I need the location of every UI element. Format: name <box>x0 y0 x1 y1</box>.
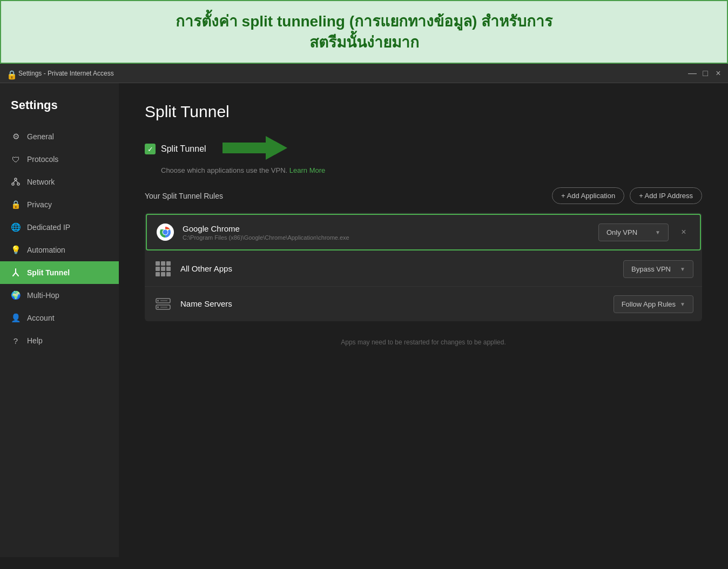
app-container: Settings ⚙ General 🛡 Protocols Network � <box>0 83 728 557</box>
all-other-apps-info: All Other Apps <box>180 264 616 274</box>
sidebar-item-protocols[interactable]: 🛡 Protocols <box>0 148 119 171</box>
add-application-button[interactable]: + Add Application <box>552 187 624 204</box>
sidebar-label-dedicated-ip: Dedicated IP <box>27 223 70 232</box>
all-apps-icon <box>153 259 173 279</box>
footer-note: Apps may need to be restarted for change… <box>145 338 702 346</box>
network-icon <box>11 177 21 187</box>
rules-list: Google Chrome C:\Program Files (x86)\Goo… <box>145 213 702 321</box>
automation-icon: 💡 <box>11 245 21 255</box>
chrome-rule-value: Only VPN <box>606 228 637 236</box>
all-other-apps-name: All Other Apps <box>180 264 616 273</box>
svg-point-12 <box>157 307 159 308</box>
help-icon: ? <box>11 336 21 346</box>
sidebar-item-dedicated-ip[interactable]: 🌐 Dedicated IP <box>0 216 119 239</box>
svg-point-2 <box>17 183 19 185</box>
sidebar-label-protocols: Protocols <box>27 155 58 164</box>
chrome-app-name: Google Chrome <box>183 224 591 233</box>
rule-row-chrome: Google Chrome C:\Program Files (x86)\Goo… <box>146 214 701 250</box>
chrome-icon <box>156 222 175 242</box>
privacy-icon: 🔒 <box>11 200 21 209</box>
sidebar-label-split-tunnel: Split Tunnel <box>27 268 70 277</box>
account-icon: 👤 <box>11 313 21 323</box>
sidebar-item-network[interactable]: Network <box>0 171 119 193</box>
split-tunnel-icon <box>11 268 21 277</box>
rule-row-all-other-apps: All Other Apps Bypass VPN ▼ <box>145 252 702 287</box>
rules-header: Your Split Tunnel Rules + Add Applicatio… <box>145 187 702 204</box>
name-servers-rule-value: Follow App Rules <box>622 300 676 308</box>
sidebar-item-general[interactable]: ⚙ General <box>0 125 119 148</box>
name-servers-name: Name Servers <box>180 299 606 308</box>
window-title-bar: 🔒 Settings - Private Internet Access <box>6 70 689 77</box>
banner: การตั้งค่า split tunneling (การแยกทางข้อ… <box>0 0 728 64</box>
sidebar-item-privacy[interactable]: 🔒 Privacy <box>0 193 119 216</box>
split-tunnel-checkbox[interactable]: ✓ <box>145 144 156 154</box>
split-tunnel-toggle-row: ✓ Split Tunnel <box>145 136 702 162</box>
svg-line-3 <box>13 180 16 183</box>
svg-point-8 <box>163 230 168 235</box>
banner-text: การตั้งค่า split tunneling (การแยกทางข้อ… <box>23 11 705 53</box>
svg-marker-5 <box>223 136 287 160</box>
sidebar-label-account: Account <box>27 314 55 322</box>
split-tunnel-toggle-label: Split Tunnel <box>161 144 206 154</box>
all-other-apps-rule-value: Bypass VPN <box>631 265 671 273</box>
protocols-icon: 🛡 <box>11 154 21 164</box>
sidebar-label-multi-hop: Multi-Hop <box>27 291 59 300</box>
all-other-apps-dropdown[interactable]: Bypass VPN ▼ <box>623 260 693 278</box>
sidebar-item-help[interactable]: ? Help <box>0 329 119 352</box>
lock-icon: 🔒 <box>6 70 14 77</box>
learn-more-link[interactable]: Learn More <box>289 166 325 174</box>
chevron-down-icon: ▼ <box>655 229 660 235</box>
chrome-remove-button[interactable]: × <box>676 225 691 240</box>
maximize-button[interactable]: □ <box>702 70 709 77</box>
green-arrow-annotation <box>223 136 287 162</box>
sidebar-item-automation[interactable]: 💡 Automation <box>0 239 119 261</box>
sidebar-label-help: Help <box>27 336 43 345</box>
sidebar-title: Settings <box>0 98 119 125</box>
window-title: Settings - Private Internet Access <box>18 70 114 77</box>
sidebar-label-general: General <box>27 132 54 141</box>
page-title: Split Tunnel <box>145 103 702 121</box>
gear-icon: ⚙ <box>11 132 21 141</box>
window-chrome: 🔒 Settings - Private Internet Access — □… <box>0 64 728 83</box>
add-ip-address-button[interactable]: + Add IP Address <box>630 187 702 204</box>
sidebar-label-privacy: Privacy <box>27 200 52 209</box>
sidebar-item-multi-hop[interactable]: 🌍 Multi-Hop <box>0 284 119 307</box>
multi-hop-icon: 🌍 <box>11 290 21 300</box>
name-servers-dropdown[interactable]: Follow App Rules ▼ <box>614 295 693 313</box>
chevron-down-icon-2: ▼ <box>680 266 685 272</box>
chevron-down-icon-3: ▼ <box>680 301 685 307</box>
window-controls: — □ × <box>689 70 722 77</box>
chrome-app-path: C:\Program Files (x86)\Google\Chrome\App… <box>183 234 591 241</box>
close-button[interactable]: × <box>715 70 722 77</box>
svg-line-4 <box>16 180 18 183</box>
main-content: Split Tunnel ✓ Split Tunnel Choose which… <box>119 83 728 557</box>
name-servers-icon <box>153 294 173 314</box>
svg-point-11 <box>157 300 159 302</box>
rule-row-name-servers: Name Servers Follow App Rules ▼ <box>145 287 702 321</box>
sidebar: Settings ⚙ General 🛡 Protocols Network � <box>0 83 119 557</box>
sidebar-label-network: Network <box>27 178 55 186</box>
svg-point-1 <box>12 183 14 185</box>
sidebar-label-automation: Automation <box>27 246 65 254</box>
svg-point-0 <box>15 178 17 180</box>
rules-title: Your Split Tunnel Rules <box>145 192 223 200</box>
name-servers-info: Name Servers <box>180 299 606 309</box>
minimize-button[interactable]: — <box>689 70 696 77</box>
chrome-app-info: Google Chrome C:\Program Files (x86)\Goo… <box>183 224 591 241</box>
dedicated-ip-icon: 🌐 <box>11 222 21 232</box>
chrome-rule-dropdown[interactable]: Only VPN ▼ <box>598 223 669 241</box>
sidebar-item-split-tunnel[interactable]: Split Tunnel <box>0 261 119 284</box>
rules-actions: + Add Application + Add IP Address <box>552 187 702 204</box>
sidebar-item-account[interactable]: 👤 Account <box>0 307 119 329</box>
description-text: Choose which applications use the VPN. L… <box>161 166 702 174</box>
